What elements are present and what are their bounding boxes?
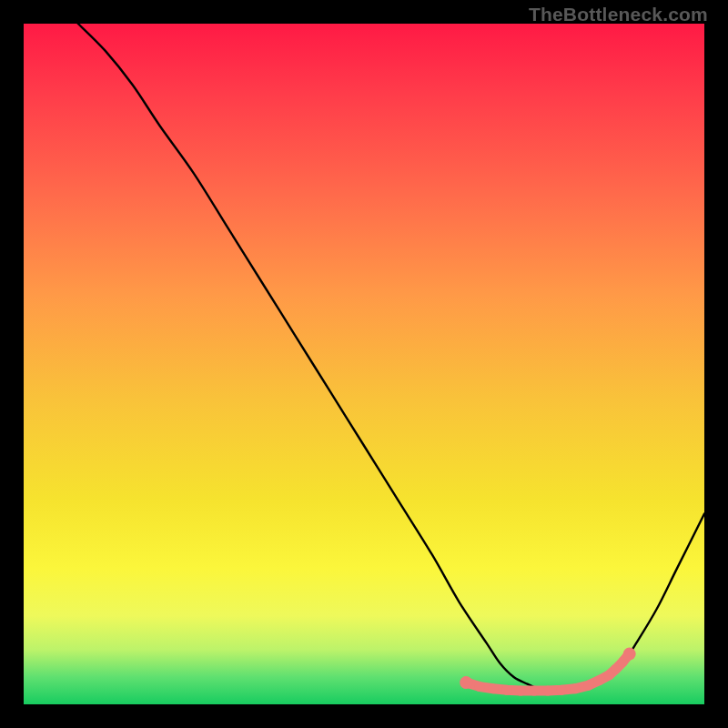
highlight-band xyxy=(466,654,630,691)
highlight-dot xyxy=(583,681,593,691)
curve-layer xyxy=(24,24,704,704)
highlight-markers xyxy=(460,648,636,696)
attribution-watermark: TheBottleneck.com xyxy=(529,4,708,25)
highlight-dot xyxy=(530,686,540,696)
highlight-dot xyxy=(570,683,580,693)
highlight-dot xyxy=(556,685,566,695)
highlight-dot xyxy=(475,682,485,692)
chart-frame: TheBottleneck.com xyxy=(0,0,728,728)
plot-area xyxy=(24,24,704,704)
highlight-dot xyxy=(516,686,526,696)
highlight-dot xyxy=(618,657,628,667)
highlight-dot xyxy=(460,676,472,689)
highlight-dot xyxy=(594,675,604,685)
highlight-dot xyxy=(543,686,553,696)
highlight-dot xyxy=(502,685,512,695)
highlight-dot xyxy=(489,683,499,693)
bottleneck-curve xyxy=(78,24,704,691)
highlight-dot xyxy=(604,670,614,680)
highlight-dot xyxy=(623,648,636,661)
highlight-dot xyxy=(611,664,621,674)
